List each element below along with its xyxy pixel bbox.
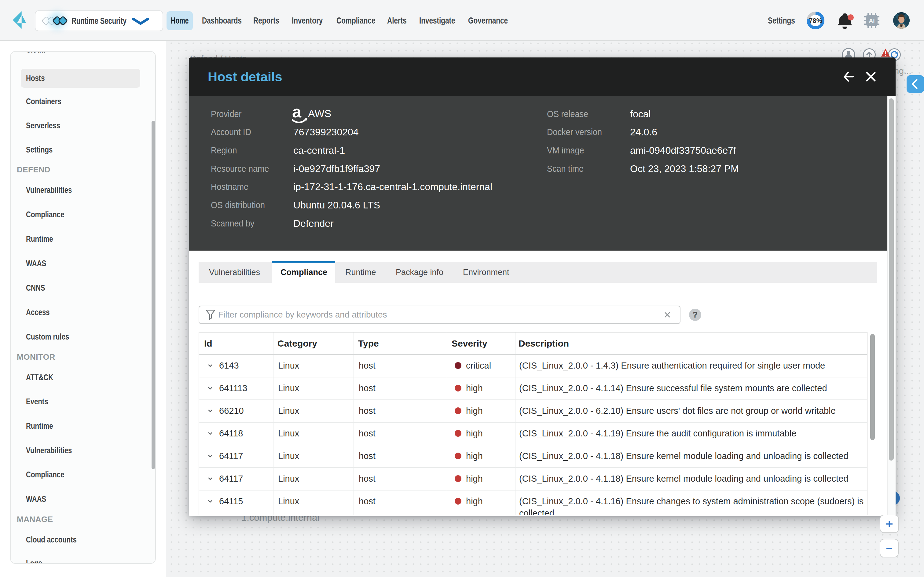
svg-text:78%: 78% bbox=[809, 17, 822, 24]
svg-text:AI: AI bbox=[869, 18, 875, 24]
